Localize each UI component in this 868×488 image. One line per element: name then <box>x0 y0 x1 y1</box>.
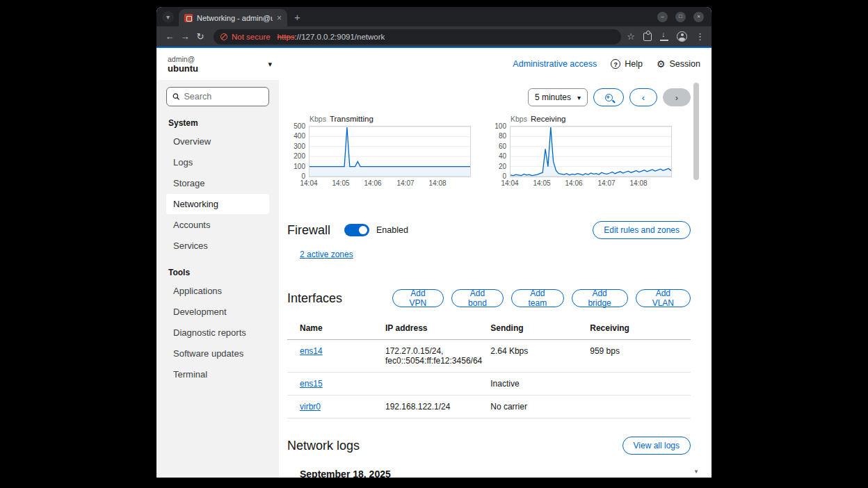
chart-title-label: Receiving <box>531 115 566 123</box>
help-icon: ? <box>611 59 620 69</box>
administrative-access-link[interactable]: Administrative access <box>513 59 597 69</box>
interface-buttons: Add VPN Add bond Add team Add bridge Add… <box>392 289 691 307</box>
search-input[interactable] <box>184 92 263 101</box>
sidebar-item-development[interactable]: Development <box>166 302 269 322</box>
browser-menu-icon[interactable]: ⋮ <box>696 31 705 42</box>
ip-cell: 192.168.122.1/24 <box>381 396 486 418</box>
add-vpn-button[interactable]: Add VPN <box>392 289 444 307</box>
network-charts: KbpsTransmitting 0100200300400500 14:041… <box>287 115 691 189</box>
profile-avatar[interactable] <box>677 31 687 42</box>
col-sending: Sending <box>486 317 586 340</box>
receiving-cell: 959 bps <box>586 340 691 373</box>
browser-tab[interactable]: Networking - admin@u × <box>179 9 287 26</box>
chevron-left-icon: ‹ <box>642 92 645 103</box>
back-button[interactable]: ← <box>162 31 177 42</box>
not-secure-icon <box>220 33 227 40</box>
bookmark-star-icon[interactable]: ☆ <box>627 31 635 42</box>
forward-button[interactable]: → <box>177 31 193 42</box>
page-scrollbar[interactable]: ▾ <box>693 80 699 478</box>
interfaces-table: Name IP address Sending Receiving ens14 … <box>287 317 691 418</box>
chart-title-label: Transmitting <box>330 115 373 123</box>
col-ip: IP address <box>381 317 486 340</box>
nav-section-system: System <box>168 118 267 128</box>
add-vlan-button[interactable]: Add VLAN <box>636 289 691 307</box>
zoom-in-button[interactable] <box>593 88 624 106</box>
interface-link-ens14[interactable]: ens14 <box>300 346 323 356</box>
x-axis-labels: 14:0414:0514:0614:0714:08 <box>510 179 672 189</box>
table-row: ens15 Inactive <box>287 373 691 396</box>
view-all-logs-button[interactable]: View all logs <box>622 437 691 455</box>
sidebar-item-storage[interactable]: Storage <box>166 173 269 193</box>
chevron-down-icon: ▾ <box>577 94 581 101</box>
sidebar-search[interactable] <box>166 87 269 106</box>
edit-rules-button[interactable]: Edit rules and zones <box>593 221 691 239</box>
network-logs-section: Network logs View all logs September 18,… <box>287 437 691 478</box>
sidebar-item-accounts[interactable]: Accounts <box>166 215 269 235</box>
interfaces-section: Interfaces Add VPN Add bond Add team Add… <box>287 289 691 418</box>
interfaces-title: Interfaces <box>287 291 342 306</box>
toolbar-actions: ☆ ⋮ <box>627 31 706 42</box>
log-date-heading: September 18, 2025 <box>300 469 691 478</box>
sidebar-item-networking[interactable]: Networking <box>166 194 269 214</box>
next-range-button[interactable]: › <box>663 88 691 106</box>
add-team-button[interactable]: Add team <box>511 289 563 307</box>
graph-controls: 5 minutes ▾ ‹ › <box>287 88 691 106</box>
address-bar[interactable]: Not secure https://127.0.0.2:9091/networ… <box>214 29 621 44</box>
firewall-title: Firewall <box>287 223 330 238</box>
page-url: https://127.0.0.2:9091/network <box>275 33 385 41</box>
y-axis-unit: Kbps <box>310 115 326 123</box>
host-switcher[interactable]: admin@ ubuntu ▾ <box>168 55 272 74</box>
sidebar-item-overview[interactable]: Overview <box>166 131 269 152</box>
add-bridge-button[interactable]: Add bridge <box>572 289 628 307</box>
active-zones-link[interactable]: 2 active zones <box>300 250 353 259</box>
receiving-cell <box>586 373 691 396</box>
sidebar-item-software-updates[interactable]: Software updates <box>166 343 269 364</box>
receiving-cell <box>586 396 691 418</box>
help-button[interactable]: ? Help <box>611 59 643 69</box>
cockpit-favicon-icon <box>184 14 193 22</box>
tab-search-button[interactable]: ▾ <box>162 11 174 23</box>
cockpit-app: admin@ ubuntu ▾ Administrative access ? … <box>156 47 712 478</box>
interface-link-virbr0[interactable]: virbr0 <box>300 402 321 412</box>
sidebar-item-applications[interactable]: Applications <box>166 281 269 301</box>
main-content: 5 minutes ▾ ‹ › KbpsTransmitting 0100200… <box>279 80 712 478</box>
downloads-icon[interactable] <box>660 33 668 41</box>
tab-title: Networking - admin@u <box>197 14 273 22</box>
session-button[interactable]: ⚙ Session <box>657 58 700 70</box>
sidebar-item-services[interactable]: Services <box>166 236 269 256</box>
reload-button[interactable]: ↻ <box>193 31 208 42</box>
firewall-toggle[interactable] <box>344 224 369 236</box>
sidebar-item-diagnostic-reports[interactable]: Diagnostic reports <box>166 323 269 343</box>
table-header-row: Name IP address Sending Receiving <box>287 317 691 340</box>
scrollbar-thumb[interactable] <box>693 83 699 180</box>
session-label: Session <box>670 59 700 69</box>
tab-close-icon[interactable]: × <box>277 13 282 23</box>
sidebar-item-terminal[interactable]: Terminal <box>166 364 269 384</box>
interface-link-ens15[interactable]: ens15 <box>300 379 323 389</box>
scroll-down-icon[interactable]: ▾ <box>693 468 699 475</box>
security-label[interactable]: Not secure <box>232 33 271 41</box>
maximize-button[interactable]: □ <box>675 12 686 22</box>
add-bond-button[interactable]: Add bond <box>451 289 504 307</box>
previous-range-button[interactable]: ‹ <box>629 88 657 106</box>
host-user: admin@ <box>168 55 198 63</box>
sidebar: System Overview Logs Storage Networking … <box>156 80 279 478</box>
minimize-button[interactable]: – <box>657 12 668 22</box>
nav-section-tools: Tools <box>168 268 267 277</box>
sidebar-item-logs[interactable]: Logs <box>166 152 269 172</box>
ip-cell: 172.27.0.15/24, fec0::5054:ff:fe12:3456/… <box>381 340 486 373</box>
new-tab-button[interactable]: + <box>294 11 300 23</box>
y-axis-labels: 020406080100 <box>490 126 510 177</box>
x-axis-labels: 14:0414:0514:0614:0714:08 <box>309 179 471 189</box>
chevron-down-icon: ▾ <box>268 60 272 69</box>
gear-icon: ⚙ <box>657 58 666 70</box>
sending-cell: 2.64 Kbps <box>486 340 586 373</box>
table-row: ens14 172.27.0.15/24, fec0::5054:ff:fe12… <box>287 340 691 373</box>
col-name: Name <box>287 317 381 340</box>
close-button[interactable]: × <box>693 12 704 22</box>
firewall-state: Enabled <box>376 225 408 235</box>
time-range-select[interactable]: 5 minutes ▾ <box>528 88 588 106</box>
y-axis-labels: 0100200300400500 <box>289 126 309 177</box>
ip-cell <box>381 373 486 396</box>
extensions-icon[interactable] <box>643 33 652 41</box>
